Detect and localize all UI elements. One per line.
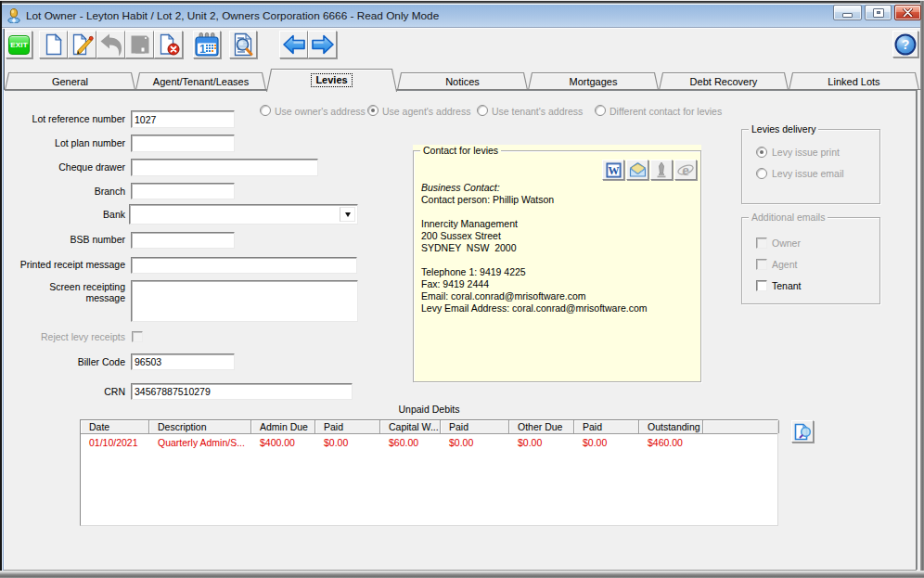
new-document-icon xyxy=(44,33,64,56)
debit-row[interactable]: 01/10/2021Quarterly Admin/S...$400.00$0.… xyxy=(81,435,777,449)
radio-different-contact-for-levies[interactable] xyxy=(595,105,606,116)
reject-levy-receipts-checkbox[interactable] xyxy=(132,331,143,342)
close-button[interactable] xyxy=(894,5,921,20)
additional-emails-group: Additional emails OwnerAgentTenant xyxy=(741,212,880,304)
maximize-icon xyxy=(873,8,884,18)
contact-line: Email: coral.conrad@mrisoftware.com xyxy=(421,290,586,302)
unpaid-debits-table[interactable]: DateDescriptionAdmin DuePaidCapital W...… xyxy=(80,419,778,526)
tab-levies[interactable]: Levies xyxy=(266,69,397,92)
screen-receipting-label-line2: message xyxy=(85,292,125,303)
tab-linked-lots[interactable]: Linked Lots xyxy=(789,72,919,90)
radio-levy-issue-email[interactable] xyxy=(756,168,767,179)
debit-cell: $400.00 xyxy=(251,435,315,449)
crn-input[interactable] xyxy=(131,383,353,400)
svg-text:e: e xyxy=(682,162,689,177)
column-header-blank[interactable] xyxy=(703,420,779,433)
column-header-capital-w-[interactable]: Capital W... xyxy=(380,420,441,433)
contact-group-title: Contact for levies xyxy=(420,145,501,156)
tab-debt-recovery[interactable]: Debt Recovery xyxy=(659,72,789,90)
biller-code-input[interactable] xyxy=(131,353,235,370)
radio-label: Different contact for levies xyxy=(610,106,722,117)
column-header-paid[interactable]: Paid xyxy=(441,420,509,433)
radio-use-tenant-s-address[interactable] xyxy=(477,105,488,116)
radio-levy-issue-print[interactable] xyxy=(756,147,767,158)
printed-receipt-message-input[interactable] xyxy=(131,257,357,274)
report-magnifier-icon xyxy=(794,423,812,441)
cheque-drawer-input[interactable] xyxy=(131,159,318,176)
lot-reference-number-input[interactable] xyxy=(131,110,235,128)
reject-levy-receipts-label: Reject levy receipts xyxy=(5,331,125,342)
exit-label: EXIT xyxy=(8,35,30,55)
checkbox-label: Agent xyxy=(772,259,797,271)
contact-for-levies-group: Contact for levies W xyxy=(413,145,701,382)
biller-code-label: Biller Code xyxy=(5,356,125,367)
column-header-outstanding[interactable]: Outstanding xyxy=(639,420,703,433)
column-header-paid[interactable]: Paid xyxy=(574,420,639,433)
column-header-other-due[interactable]: Other Due xyxy=(509,420,574,433)
tab-notices[interactable]: Notices xyxy=(397,72,528,90)
combo-dropdown-icon[interactable] xyxy=(340,207,355,222)
minimize-button[interactable] xyxy=(833,5,862,20)
radio-use-owner-s-address[interactable] xyxy=(260,105,271,116)
edit-button[interactable] xyxy=(68,31,96,58)
contact-line: Innercity Management xyxy=(421,218,518,230)
checkbox-tenant[interactable] xyxy=(756,280,767,291)
exit-button[interactable]: EXIT xyxy=(6,31,32,58)
tabstrip-baseline xyxy=(4,89,921,90)
cheque-drawer-label: Cheque drawer xyxy=(5,161,125,173)
radio-use-agent-s-address[interactable] xyxy=(367,105,379,116)
column-header-description[interactable]: Description xyxy=(149,420,251,433)
radio-label: Use tenant's address xyxy=(492,106,583,117)
branch-input[interactable] xyxy=(131,183,235,199)
help-button[interactable]: ? xyxy=(892,31,918,58)
bsb-number-input[interactable] xyxy=(131,232,235,249)
debit-cell: $460.00 xyxy=(639,435,703,449)
contact-line: SYDNEY NSW 2000 xyxy=(421,242,517,254)
arrow-right-icon xyxy=(311,32,335,57)
preview-button[interactable] xyxy=(229,31,257,58)
lot-owner-window: Lot Owner - Leyton Habit / Lot 2, Unit 2… xyxy=(0,0,924,578)
tab-label-focus: Levies xyxy=(311,73,352,87)
column-header-date[interactable]: Date xyxy=(81,420,149,433)
undo-button[interactable] xyxy=(96,31,125,58)
panel-shadow-right xyxy=(916,90,917,571)
tab-agent-tenant-leases[interactable]: Agent/Tenant/Leases xyxy=(135,72,266,90)
tab-label: Linked Lots xyxy=(789,72,919,90)
web-button[interactable]: e xyxy=(674,160,697,180)
lot-plan-number-input[interactable] xyxy=(131,135,235,152)
debit-cell: Quarterly Admin/S... xyxy=(149,435,251,449)
tab-label: General xyxy=(5,72,135,90)
person-icon xyxy=(6,8,21,23)
contact-line: Fax: 9419 2444 xyxy=(421,278,489,290)
debits-report-button[interactable] xyxy=(791,420,814,443)
contact-line: Business Contact: xyxy=(421,182,500,194)
word-letter-button[interactable]: W xyxy=(602,160,624,180)
checkbox-agent[interactable] xyxy=(756,259,767,270)
back-button[interactable] xyxy=(279,31,308,58)
bank-label: Bank xyxy=(5,209,125,220)
calendar-button[interactable]: 1 xyxy=(193,31,221,58)
email-button[interactable] xyxy=(626,160,648,180)
new-button[interactable] xyxy=(39,31,68,58)
checkbox-owner[interactable] xyxy=(756,238,767,249)
save-button[interactable] xyxy=(125,31,154,58)
branch-label: Branch xyxy=(5,186,125,197)
debit-cell: $0.00 xyxy=(441,435,509,449)
tab-mortgages[interactable]: Mortgages xyxy=(528,72,659,90)
save-icon xyxy=(130,34,150,55)
minimize-icon xyxy=(842,13,853,18)
unpaid-debits-header: DateDescriptionAdmin DuePaidCapital W...… xyxy=(81,420,777,434)
bank-combobox[interactable] xyxy=(129,204,358,225)
delete-button[interactable] xyxy=(154,31,183,58)
pen-button[interactable] xyxy=(650,160,673,180)
levies-delivery-border xyxy=(741,129,880,204)
maximize-button[interactable] xyxy=(865,5,892,20)
column-header-paid[interactable]: Paid xyxy=(315,420,380,433)
unpaid-debits-title: Unpaid Debits xyxy=(80,404,778,415)
tab-general[interactable]: General xyxy=(5,72,135,90)
contact-line: Contact person: Phillip Watson xyxy=(421,194,554,206)
forward-button[interactable] xyxy=(308,31,337,58)
column-header-admin-due[interactable]: Admin Due xyxy=(251,420,315,433)
levies-delivery-title: Levies delivery xyxy=(749,123,818,135)
screen-receipting-message-textarea[interactable] xyxy=(131,280,358,322)
